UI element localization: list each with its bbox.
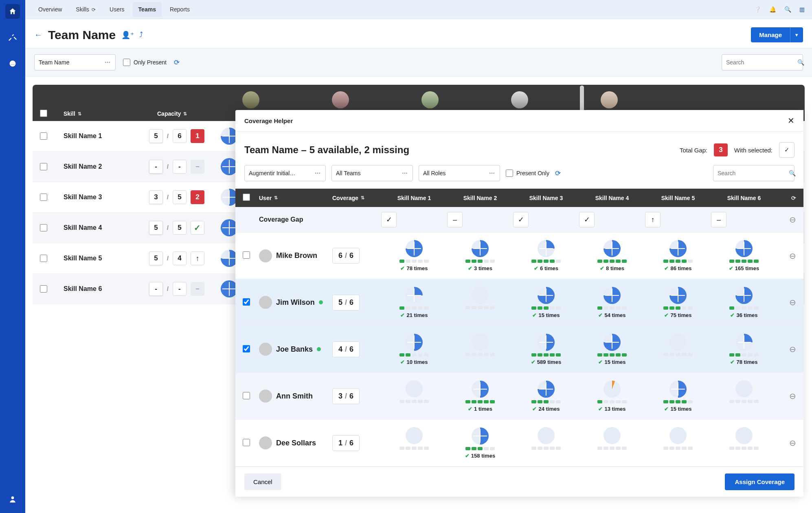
skill-cell: ✔15 times [645, 381, 711, 412]
bell-icon[interactable]: 🔔 [769, 6, 776, 13]
row-check[interactable] [243, 392, 250, 399]
skill-cell: ✔86 times [645, 240, 711, 271]
row-check[interactable] [243, 439, 250, 446]
remove-icon[interactable]: ⊖ [789, 438, 796, 447]
coverage-box: 4/6 [332, 341, 360, 357]
teams-select[interactable]: All Teams⋯ [331, 165, 413, 181]
level-bar [729, 447, 759, 450]
skill-cell: ✔13 times [579, 381, 645, 412]
row-check[interactable] [243, 345, 250, 352]
skill-cell: ✔78 times [711, 334, 777, 365]
level-bar [663, 447, 693, 450]
avatar[interactable] [332, 91, 349, 108]
refresh-icon[interactable]: ⟳ [791, 195, 796, 201]
avatar [259, 249, 272, 262]
team-select[interactable]: Team Name ⋯ [34, 54, 116, 70]
panel-icon[interactable]: ▥ [799, 6, 805, 13]
skill-cell: ✔54 times [579, 287, 645, 318]
user-name[interactable]: Dee Sollars [259, 436, 332, 449]
avatar[interactable] [421, 91, 439, 108]
skill-name: Skill Name 4 [64, 224, 133, 231]
remove-icon[interactable]: ⊖ [789, 215, 796, 224]
pie-icon [735, 427, 753, 444]
avatar[interactable] [242, 91, 259, 108]
sort-icon[interactable]: ⇅ [183, 111, 187, 117]
only-present-check[interactable]: Only Present [123, 59, 167, 66]
row-check[interactable] [40, 224, 47, 231]
total-gap-badge: 3 [714, 143, 727, 156]
tab-reports[interactable]: Reports [164, 2, 195, 17]
cancel-button[interactable]: Cancel [244, 473, 281, 490]
user-name[interactable]: Jim Wilson [259, 296, 332, 309]
gap-badge: ✓ [191, 221, 204, 235]
level-bar [465, 447, 495, 450]
search-icon[interactable]: 🔍 [789, 170, 796, 176]
manage-button[interactable]: Manage [751, 27, 790, 42]
close-icon[interactable]: ✕ [788, 116, 794, 125]
pie-icon [735, 287, 753, 304]
export-icon[interactable]: ⤴ [139, 31, 143, 40]
search-icon[interactable]: 🔍 [784, 6, 791, 13]
capacity-available: 5 [149, 251, 163, 265]
home-icon[interactable] [5, 4, 20, 19]
more-icon[interactable]: … [5, 56, 20, 71]
skill-cell [711, 380, 777, 412]
pie-icon [669, 381, 687, 398]
manage-caret[interactable]: ▾ [790, 27, 803, 42]
capacity-required: 5 [173, 190, 187, 204]
skill-cell [513, 427, 579, 459]
level-bar [399, 306, 429, 310]
search-box[interactable]: 🔍 [722, 54, 803, 70]
with-selected-check[interactable]: ✓ [779, 142, 794, 158]
remove-icon[interactable]: ⊖ [789, 392, 796, 401]
row-check[interactable] [40, 255, 47, 262]
level-bar [399, 447, 429, 450]
level-bar [597, 260, 627, 263]
tab-users[interactable]: Users [104, 2, 130, 17]
avatar[interactable] [511, 91, 528, 108]
refresh-icon[interactable]: ⟳ [174, 58, 180, 67]
avatar[interactable] [601, 91, 618, 108]
tab-overview[interactable]: Overview [33, 2, 68, 17]
add-user-icon[interactable]: 👤⁺ [121, 31, 134, 40]
tab-skills[interactable]: Skills⟳ [70, 2, 101, 17]
level-bar [663, 400, 693, 403]
row-check[interactable] [243, 298, 250, 306]
back-icon[interactable]: ← [34, 30, 42, 40]
assign-coverage-button[interactable]: Assign Coverage [725, 473, 794, 490]
account-icon[interactable] [5, 492, 20, 506]
panel-search[interactable]: 🔍 [713, 165, 794, 181]
present-only-check[interactable]: Present Only [506, 170, 549, 177]
help-icon[interactable]: ❔ [754, 6, 761, 13]
refresh-icon[interactable]: ⟳ [555, 169, 561, 178]
user-name[interactable]: Ann Smith [259, 390, 332, 403]
initiative-select[interactable]: Augmentir Initial…⋯ [244, 165, 326, 181]
remove-icon[interactable]: ⊖ [789, 298, 796, 307]
ellipsis-icon: ⋯ [105, 59, 111, 66]
tab-teams[interactable]: Teams [133, 2, 162, 17]
skill-name: Skill Name 6 [64, 285, 133, 293]
remove-icon[interactable]: ⊖ [789, 251, 796, 260]
search-input[interactable] [726, 59, 797, 66]
row-check[interactable] [40, 163, 47, 170]
level-bar [399, 260, 429, 263]
row-check[interactable] [40, 285, 47, 293]
pie-icon [406, 334, 423, 351]
row-check[interactable] [40, 194, 47, 201]
skill-cell: ✔3 times [447, 240, 513, 271]
presence-dot [319, 300, 323, 304]
pie-icon [538, 427, 555, 444]
tools-icon[interactable] [5, 30, 20, 45]
select-all[interactable] [243, 194, 250, 201]
sort-icon[interactable]: ⇅ [78, 111, 81, 117]
row-check[interactable] [243, 251, 250, 259]
remove-icon[interactable]: ⊖ [789, 345, 796, 354]
search-icon[interactable]: 🔍 [797, 59, 804, 66]
select-all[interactable] [40, 110, 47, 117]
roles-select[interactable]: All Roles⋯ [419, 165, 500, 181]
user-name[interactable]: Mike Brown [259, 249, 332, 262]
coverage-box: 5/6 [332, 295, 360, 310]
user-name[interactable]: Joe Banks [259, 343, 332, 356]
pie-icon [669, 287, 687, 304]
row-check[interactable] [40, 132, 47, 140]
